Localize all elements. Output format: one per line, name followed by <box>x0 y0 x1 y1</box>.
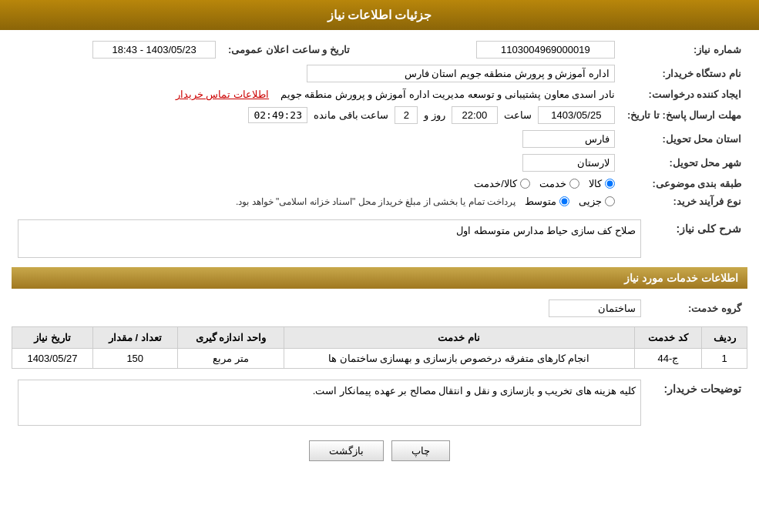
process-radio-jozii[interactable] <box>605 196 615 206</box>
process-option-jozii: جزیی <box>579 196 615 207</box>
need-number-box: 1103004969000019 <box>476 41 615 59</box>
col-service-name: نام خدمت <box>284 327 634 349</box>
col-need-date: تاریخ نیاز <box>12 327 93 349</box>
deadline-row: مهلت ارسال پاسخ: تا تاریخ: 1403/05/25 سا… <box>12 103 747 127</box>
buyer-notes-box: کلیه هزینه های تخریب و بازسازی و نقل و ا… <box>18 380 641 426</box>
services-table: ردیف کد خدمت نام خدمت واحد اندازه گیری ت… <box>12 326 747 369</box>
need-desc-table: شرح کلی نیاز: صلاح کف سازی حیاط مدارس مت… <box>12 216 747 261</box>
need-desc-row: شرح کلی نیاز: صلاح کف سازی حیاط مدارس مت… <box>12 216 747 261</box>
table-cell-row_num: 1 <box>702 349 747 369</box>
service-group-label: گروه خدمت: <box>647 296 747 320</box>
time-label: ساعت <box>504 109 532 121</box>
buyer-notes-label: توضیحات خریدار: <box>647 376 747 429</box>
province-label: استان محل تحویل: <box>621 127 747 151</box>
creator-value: نادر اسدی معاون پشتیبانی و توسعه مدیریت … <box>12 85 621 103</box>
creator-text: نادر اسدی معاون پشتیبانی و توسعه مدیریت … <box>280 89 615 100</box>
header-title: جزئیات اطلاعات نیاز <box>327 8 432 22</box>
table-cell-need_date: 1403/05/27 <box>12 349 93 369</box>
page-wrapper: جزئیات اطلاعات نیاز شماره نیاز: 11030049… <box>0 0 759 532</box>
need-desc-value: صلاح کف سازی حیاط مدارس متوسطه اول <box>12 216 647 261</box>
timer-section: 1403/05/25 ساعت 22:00 روز و 2 ساعت باقی … <box>18 106 615 124</box>
services-header-row: ردیف کد خدمت نام خدمت واحد اندازه گیری ت… <box>12 327 747 349</box>
need-desc-label: شرح کلی نیاز: <box>647 216 747 261</box>
services-table-header: ردیف کد خدمت نام خدمت واحد اندازه گیری ت… <box>12 327 747 349</box>
remaining-label: ساعت باقی مانده <box>314 109 388 121</box>
province-row: استان محل تحویل: فارس <box>12 127 747 151</box>
basic-info-table: شماره نیاز: 1103004969000019 تاریخ و ساع… <box>12 38 747 210</box>
buyer-notes-row: توضیحات خریدار: کلیه هزینه های تخریب و ب… <box>12 376 747 429</box>
services-table-body: 1ج-44انجام کارهای متفرقه درخصوص بازسازی … <box>12 349 747 369</box>
service-group-box: ساختمان <box>549 299 641 317</box>
category-label-khedmat: خدمت <box>539 178 566 189</box>
city-label: شهر محل تحویل: <box>621 151 747 175</box>
process-options: جزیی متوسط پرداخت تمام یا بخشی از مبلغ خ… <box>12 192 621 210</box>
city-value: لارستان <box>12 151 621 175</box>
need-number-row: شماره نیاز: 1103004969000019 تاریخ و ساع… <box>12 38 747 62</box>
category-radio-kala[interactable] <box>605 179 615 189</box>
buyer-notes-text: کلیه هزینه های تخریب و بازسازی و نقل و ا… <box>313 385 636 396</box>
category-radio-khedmat[interactable] <box>569 179 579 189</box>
process-label: نوع فرآیند خرید: <box>621 192 747 210</box>
services-section-title: اطلاعات خدمات مورد نیاز <box>12 267 747 289</box>
need-desc-text: صلاح کف سازی حیاط مدارس متوسطه اول <box>456 225 636 236</box>
buyer-org-row: نام دستگاه خریدار: اداره آموزش و پرورش م… <box>12 62 747 85</box>
category-label-kala-khedmat: کالا/خدمت <box>474 178 517 189</box>
col-quantity: تعداد / مقدار <box>92 327 177 349</box>
category-options: کالا خدمت کالا/خدمت <box>12 175 621 192</box>
deadline-date-box: 1403/05/25 <box>538 106 615 124</box>
buyer-notes-table: توضیحات خریدار: کلیه هزینه های تخریب و ب… <box>12 376 747 429</box>
back-button[interactable]: بازگشت <box>309 440 384 461</box>
city-row: شهر محل تحویل: لارستان <box>12 151 747 175</box>
category-option-kala: کالا <box>589 178 615 189</box>
spacer1 <box>356 38 387 62</box>
deadline-value: 1403/05/25 ساعت 22:00 روز و 2 ساعت باقی … <box>12 103 621 127</box>
table-cell-unit: متر مربع <box>177 349 284 369</box>
city-box: لارستان <box>522 154 615 172</box>
need-number-value: 1103004969000019 <box>387 38 621 62</box>
category-radio-kala-khedmat[interactable] <box>520 179 530 189</box>
process-label-jozii: جزیی <box>579 196 602 207</box>
contact-link[interactable]: اطلاعات تماس خریدار <box>176 89 269 100</box>
day-label: روز و <box>424 109 445 121</box>
creator-label: ایجاد کننده درخواست: <box>621 85 747 103</box>
table-cell-service_code: ج-44 <box>634 349 702 369</box>
announce-value: 1403/05/23 - 18:43 <box>12 38 222 62</box>
need-number-label: شماره نیاز: <box>621 38 747 62</box>
creator-row: ایجاد کننده درخواست: نادر اسدی معاون پشت… <box>12 85 747 103</box>
buyer-notes-value: کلیه هزینه های تخریب و بازسازی و نقل و ا… <box>12 376 647 429</box>
deadline-days-box: 2 <box>395 106 418 124</box>
category-radio-group: کالا خدمت کالا/خدمت <box>18 178 615 189</box>
table-row: 1ج-44انجام کارهای متفرقه درخصوص بازسازی … <box>12 349 747 369</box>
main-content: شماره نیاز: 1103004969000019 تاریخ و ساع… <box>0 30 759 480</box>
table-cell-quantity: 150 <box>92 349 177 369</box>
buyer-org-box: اداره آموزش و پرورش منطقه جویم استان فار… <box>307 65 615 82</box>
announce-box: 1403/05/23 - 18:43 <box>92 41 216 59</box>
category-label-kala: کالا <box>589 178 602 189</box>
table-cell-service_name: انجام کارهای متفرقه درخصوص بازسازی و بهس… <box>284 349 634 369</box>
category-option-khedmat: خدمت <box>539 178 579 189</box>
print-button[interactable]: چاپ <box>391 440 450 461</box>
process-option-motavasset: متوسط <box>525 196 569 207</box>
process-radio-motavasset[interactable] <box>559 196 569 206</box>
col-row-num: ردیف <box>702 327 747 349</box>
announce-label: تاریخ و ساعت اعلان عمومی: <box>222 38 356 62</box>
category-label: طبقه بندی موضوعی: <box>621 175 747 192</box>
province-box: فارس <box>522 130 615 148</box>
category-row: طبقه بندی موضوعی: کالا خدمت <box>12 175 747 192</box>
process-note: پرداخت تمام یا بخشی از مبلغ خریداز محل "… <box>236 196 516 207</box>
service-group-table: گروه خدمت: ساختمان <box>12 296 747 320</box>
buyer-org-value: اداره آموزش و پرورش منطقه جویم استان فار… <box>12 62 621 85</box>
province-value: فارس <box>12 127 621 151</box>
process-row: نوع فرآیند خرید: جزیی متوسط پرداخت تمام … <box>12 192 747 210</box>
deadline-time-box: 22:00 <box>452 106 498 124</box>
service-group-value: ساختمان <box>12 296 647 320</box>
need-desc-box: صلاح کف سازی حیاط مدارس متوسطه اول <box>18 219 641 258</box>
col-service-code: کد خدمت <box>634 327 702 349</box>
page-header: جزئیات اطلاعات نیاز <box>0 0 759 30</box>
process-label-motavasset: متوسط <box>525 196 556 207</box>
col-unit: واحد اندازه گیری <box>177 327 284 349</box>
deadline-label: مهلت ارسال پاسخ: تا تاریخ: <box>621 103 747 127</box>
process-radio-group: جزیی متوسط پرداخت تمام یا بخشی از مبلغ خ… <box>18 196 615 207</box>
category-option-kala-khedmat: کالا/خدمت <box>474 178 530 189</box>
remaining-time-box: 02:49:23 <box>248 107 307 123</box>
